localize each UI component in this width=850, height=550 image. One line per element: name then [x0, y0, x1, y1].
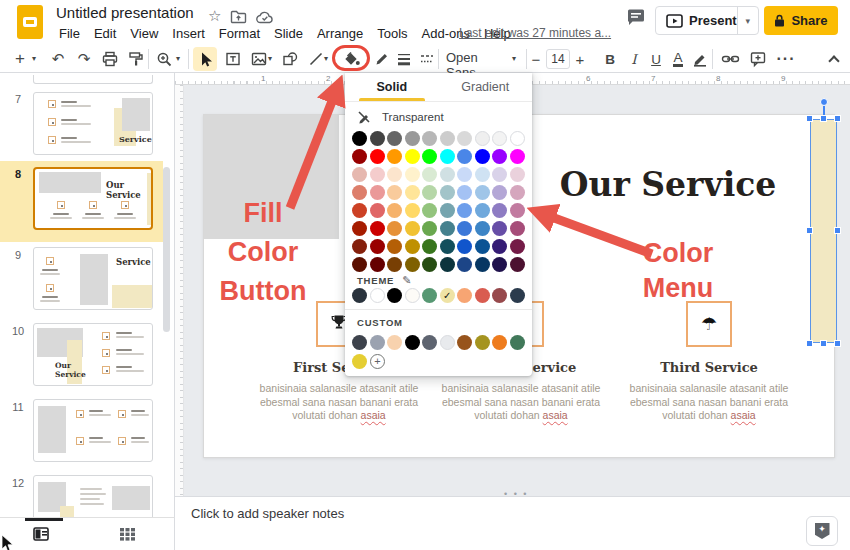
color-swatch[interactable] — [405, 185, 420, 200]
service-title[interactable]: Third Service — [614, 360, 804, 375]
color-swatch[interactable] — [492, 185, 507, 200]
insert-shape-button[interactable] — [278, 47, 302, 71]
menu-edit[interactable]: Edit — [87, 24, 123, 43]
insert-line-caret[interactable]: ▾ — [324, 54, 328, 63]
paint-format-button[interactable] — [124, 47, 148, 71]
color-swatch[interactable] — [440, 221, 455, 236]
bold-button[interactable]: B — [598, 47, 622, 71]
color-swatch[interactable] — [492, 149, 507, 164]
color-swatch[interactable] — [370, 149, 385, 164]
add-custom-color-button[interactable]: + — [370, 354, 385, 369]
italic-button[interactable]: I — [622, 47, 646, 71]
color-swatch[interactable] — [475, 185, 490, 200]
rotate-handle[interactable] — [820, 98, 828, 106]
insert-link-button[interactable] — [718, 47, 742, 71]
theme-color-swatch[interactable] — [457, 288, 472, 303]
color-swatch[interactable] — [440, 257, 455, 272]
menu-format[interactable]: Format — [212, 24, 267, 43]
custom-color-swatch[interactable] — [370, 335, 385, 350]
google-slides-logo-icon[interactable] — [17, 5, 43, 39]
present-button[interactable]: Present ▾ — [655, 6, 759, 35]
collapse-toolbar-button[interactable] — [822, 47, 846, 71]
slide-thumbnail-8-selected[interactable]: Our Service — [33, 167, 153, 230]
menu-insert[interactable]: Insert — [165, 24, 212, 43]
color-swatch[interactable] — [440, 131, 455, 146]
color-swatch[interactable] — [422, 221, 437, 236]
color-swatch[interactable] — [387, 239, 402, 254]
color-swatch[interactable] — [370, 239, 385, 254]
color-swatch[interactable] — [510, 221, 525, 236]
menu-arrange[interactable]: Arrange — [310, 24, 370, 43]
color-swatch[interactable] — [510, 185, 525, 200]
color-swatch[interactable] — [492, 221, 507, 236]
color-swatch[interactable] — [457, 167, 472, 182]
color-swatch[interactable] — [387, 167, 402, 182]
color-swatch[interactable] — [422, 203, 437, 218]
resize-handle-ne[interactable] — [834, 115, 841, 122]
comments-button[interactable] — [626, 8, 646, 27]
last-edit-link[interactable]: Last edit was 27 minutes a... — [459, 26, 611, 40]
star-icon[interactable]: ☆ — [208, 7, 221, 25]
color-swatch[interactable] — [457, 131, 472, 146]
color-swatch[interactable] — [457, 149, 472, 164]
color-swatch[interactable] — [510, 167, 525, 182]
color-swatch[interactable] — [510, 239, 525, 254]
color-swatch[interactable] — [370, 257, 385, 272]
color-swatch[interactable] — [370, 131, 385, 146]
border-color-button[interactable] — [370, 47, 394, 71]
slide-thumbnail-11[interactable] — [33, 399, 153, 462]
move-folder-icon[interactable] — [230, 10, 247, 24]
color-swatch[interactable] — [370, 203, 385, 218]
color-swatch[interactable] — [457, 203, 472, 218]
color-swatch[interactable] — [405, 149, 420, 164]
color-swatch[interactable] — [457, 239, 472, 254]
color-swatch[interactable] — [352, 131, 367, 146]
custom-color-swatch[interactable] — [387, 335, 402, 350]
color-swatch[interactable] — [405, 131, 420, 146]
border-weight-button[interactable] — [392, 47, 416, 71]
color-swatch[interactable] — [422, 149, 437, 164]
custom-color-swatch[interactable] — [352, 335, 367, 350]
color-swatch[interactable] — [492, 167, 507, 182]
increase-font-size-button[interactable]: + — [572, 47, 588, 71]
color-swatch[interactable] — [387, 149, 402, 164]
color-swatch[interactable] — [492, 257, 507, 272]
color-swatch[interactable] — [422, 185, 437, 200]
font-family-caret[interactable]: ▾ — [512, 54, 516, 63]
theme-color-swatch[interactable] — [370, 288, 385, 303]
theme-color-swatch[interactable] — [405, 288, 420, 303]
color-swatch[interactable] — [387, 185, 402, 200]
explore-button[interactable]: ✦ — [806, 516, 838, 546]
selected-yellow-rectangle[interactable] — [810, 119, 837, 343]
transparent-option[interactable]: Transparent — [345, 106, 532, 128]
color-swatch[interactable] — [352, 257, 367, 272]
theme-color-swatch[interactable] — [492, 288, 507, 303]
color-swatch[interactable] — [422, 257, 437, 272]
highlight-color-button[interactable] — [688, 47, 712, 71]
resize-handle-se[interactable] — [834, 340, 841, 347]
insert-image-caret[interactable]: ▾ — [268, 54, 272, 63]
color-swatch[interactable] — [422, 239, 437, 254]
color-swatch[interactable] — [370, 167, 385, 182]
color-swatch[interactable] — [510, 257, 525, 272]
resize-handle-w[interactable] — [806, 227, 813, 234]
theme-color-swatch[interactable] — [510, 288, 525, 303]
custom-color-swatch[interactable] — [492, 335, 507, 350]
color-swatch[interactable] — [492, 131, 507, 146]
resize-handle-e[interactable] — [834, 227, 841, 234]
decrease-font-size-button[interactable]: − — [528, 47, 544, 71]
print-button[interactable] — [98, 47, 122, 71]
color-swatch[interactable] — [440, 185, 455, 200]
color-swatch[interactable] — [510, 131, 525, 146]
color-swatch[interactable] — [387, 257, 402, 272]
custom-color-swatch[interactable] — [475, 335, 490, 350]
color-swatch[interactable] — [492, 239, 507, 254]
color-swatch[interactable] — [475, 167, 490, 182]
theme-color-swatch-selected[interactable]: ✓ — [440, 288, 455, 303]
fill-color-button[interactable] — [339, 47, 363, 71]
slide-thumbnail-10[interactable]: Our Service — [33, 323, 153, 386]
service-icon-box[interactable]: ☂ — [686, 301, 732, 347]
color-swatch[interactable] — [475, 203, 490, 218]
zoom-button[interactable] — [152, 47, 176, 71]
tab-gradient[interactable]: Gradient — [439, 73, 533, 101]
